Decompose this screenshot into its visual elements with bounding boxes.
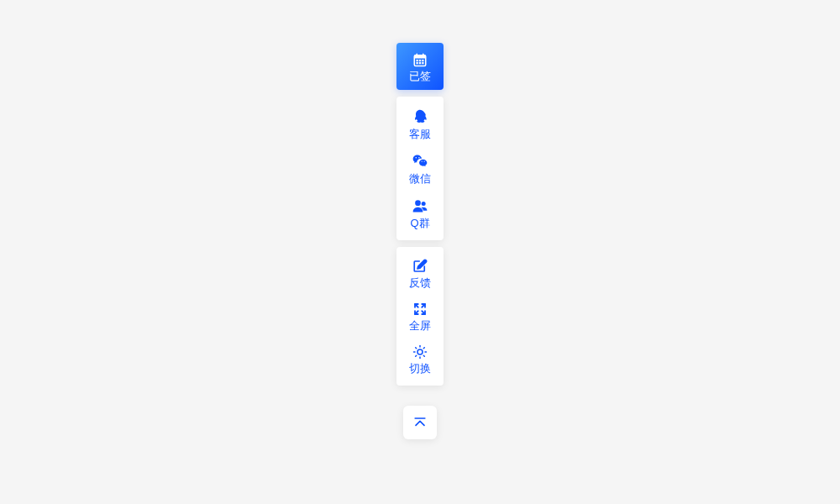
svg-point-11 [422, 202, 426, 206]
fullscreen-label: 全屏 [409, 320, 431, 331]
tools-card: 反馈 全屏 切换 [396, 247, 444, 386]
qq-group-button[interactable]: Q群 [396, 191, 444, 235]
qq-icon [412, 108, 428, 125]
svg-point-12 [417, 349, 423, 354]
svg-rect-7 [417, 62, 418, 64]
svg-rect-4 [417, 60, 418, 61]
chevron-top-icon [412, 414, 428, 431]
svg-line-20 [423, 348, 424, 349]
svg-line-19 [416, 355, 417, 356]
svg-rect-9 [422, 62, 423, 64]
fullscreen-icon [412, 302, 428, 317]
sun-icon [412, 344, 428, 360]
qq-group-label: Q群 [410, 218, 429, 228]
wechat-label: 微信 [409, 173, 431, 184]
qq-cs-button[interactable]: 客服 [396, 102, 444, 146]
back-to-top-button[interactable] [403, 406, 437, 439]
qq-cs-label: 客服 [409, 129, 431, 139]
svg-rect-8 [419, 62, 421, 64]
wechat-icon [412, 153, 428, 170]
svg-point-10 [415, 200, 421, 206]
contact-card: 客服 微信 Q群 [396, 97, 444, 240]
group-icon [412, 197, 428, 214]
theme-toggle-label: 切换 [409, 363, 431, 374]
signin-button[interactable]: 已签 [396, 43, 444, 90]
theme-toggle-button[interactable]: 切换 [396, 338, 444, 381]
side-tool-rail: 已签 客服 微信 [396, 43, 444, 439]
svg-line-18 [423, 355, 424, 356]
svg-line-17 [416, 348, 417, 349]
svg-rect-5 [419, 60, 421, 61]
fullscreen-button[interactable]: 全屏 [396, 295, 444, 338]
feedback-label: 反馈 [409, 277, 431, 288]
svg-rect-6 [422, 60, 423, 61]
edit-icon [412, 259, 428, 274]
svg-rect-3 [414, 55, 426, 58]
calendar-icon [412, 52, 428, 67]
feedback-button[interactable]: 反馈 [396, 252, 444, 295]
signin-label: 已签 [409, 71, 431, 81]
wechat-button[interactable]: 微信 [396, 146, 444, 191]
